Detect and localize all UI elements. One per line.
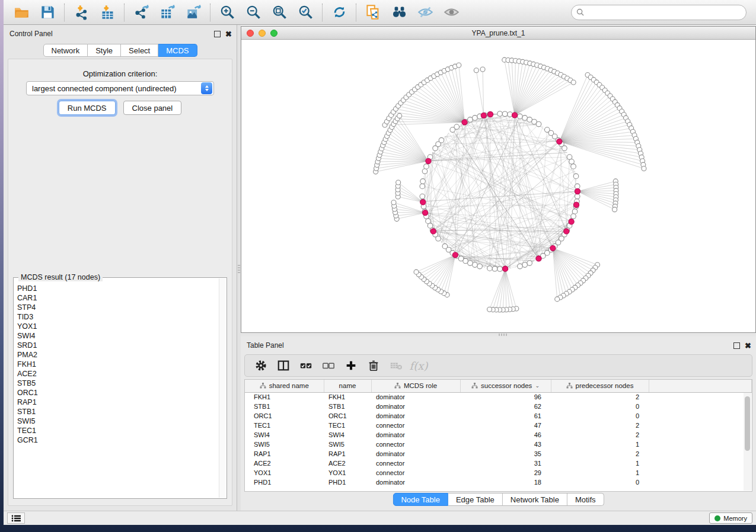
mcds-list-scrollbar[interactable] <box>219 278 226 498</box>
graph-node[interactable] <box>518 114 523 119</box>
graph-node[interactable] <box>454 124 460 130</box>
mcds-hub-node[interactable] <box>430 229 436 234</box>
mcds-result-item[interactable]: YOX1 <box>17 322 218 331</box>
open-file-button[interactable] <box>8 2 34 23</box>
mcds-hub-node[interactable] <box>512 113 517 118</box>
export-network-button[interactable] <box>128 2 154 23</box>
show-all-button[interactable] <box>438 2 464 23</box>
memory-button[interactable]: Memory <box>709 512 752 524</box>
graph-node[interactable] <box>562 146 567 151</box>
deselect-all-rows-button[interactable] <box>317 356 340 375</box>
mcds-hub-node[interactable] <box>426 158 431 164</box>
tab-edge-table[interactable]: Edge Table <box>448 493 503 506</box>
vertical-splitter-handle[interactable] <box>238 265 240 274</box>
table-row[interactable]: STB1STB1dominator620 <box>245 402 752 411</box>
graph-node[interactable] <box>497 267 503 272</box>
column-header-name[interactable]: name <box>324 380 371 392</box>
float-panel-button[interactable] <box>214 31 221 37</box>
graph-node[interactable] <box>571 80 576 85</box>
column-header-shared-name[interactable]: shared name <box>245 380 324 392</box>
mcds-hub-node[interactable] <box>420 200 426 205</box>
mcds-result-item[interactable]: ACE2 <box>17 369 218 379</box>
tab-network-table[interactable]: Network Table <box>503 493 567 506</box>
tab-node-table[interactable]: Node Table <box>393 493 448 506</box>
mcds-hub-node[interactable] <box>575 188 580 194</box>
graph-node[interactable] <box>642 166 646 171</box>
tab-network[interactable]: Network <box>43 44 88 57</box>
mcds-result-item[interactable]: SRD1 <box>17 341 218 350</box>
graph-node[interactable] <box>573 174 579 179</box>
graph-node[interactable] <box>426 219 431 224</box>
graph-node[interactable] <box>457 63 461 68</box>
mcds-hub-node[interactable] <box>452 252 458 258</box>
tab-motifs[interactable]: Motifs <box>567 493 604 506</box>
mcds-result-item[interactable]: STP4 <box>17 303 218 312</box>
run-mcds-button[interactable]: Run MCDS <box>59 101 116 115</box>
network-window-titlebar[interactable]: YPA_prune.txt_1 <box>241 27 755 40</box>
graph-node[interactable] <box>473 116 478 121</box>
mcds-hub-node[interactable] <box>569 219 574 225</box>
graph-node[interactable] <box>439 137 444 143</box>
mcds-result-item[interactable]: SWI4 <box>17 331 218 341</box>
table-row[interactable]: SWI4SWI4dominator462 <box>245 430 752 440</box>
zoom-out-button[interactable] <box>240 2 266 23</box>
save-session-button[interactable] <box>34 2 60 23</box>
graph-node[interactable] <box>555 297 560 302</box>
tab-select[interactable]: Select <box>121 44 158 57</box>
add-column-button[interactable] <box>340 356 362 375</box>
function-builder-button[interactable]: f(x) <box>407 356 430 375</box>
close-panel-button[interactable]: ✖ <box>225 31 232 37</box>
mcds-result-item[interactable]: GCR1 <box>17 435 218 445</box>
graph-node[interactable] <box>477 264 483 269</box>
float-table-panel-button[interactable] <box>733 342 740 349</box>
export-image-button[interactable] <box>180 2 206 23</box>
table-row[interactable]: PHD1PHD1dominator180 <box>245 477 752 487</box>
mcds-hub-node[interactable] <box>462 120 467 125</box>
table-row[interactable]: RAP1RAP1dominator352 <box>245 449 752 459</box>
graph-node[interactable] <box>613 207 617 212</box>
refresh-layout-button[interactable] <box>326 2 352 23</box>
graph-node[interactable] <box>575 194 580 199</box>
clone-network-button[interactable] <box>360 2 386 23</box>
graph-node[interactable] <box>571 214 576 219</box>
mcds-result-item[interactable]: TID3 <box>17 312 218 322</box>
mcds-hub-node[interactable] <box>557 139 562 144</box>
criterion-dropdown[interactable]: largest connected component (undirected) <box>26 81 214 95</box>
table-row[interactable]: SWI5SWI5connector431 <box>245 440 752 449</box>
mcds-result-item[interactable]: PMA2 <box>17 350 218 360</box>
graph-node[interactable] <box>536 121 541 127</box>
graph-node[interactable] <box>480 67 485 72</box>
table-scrollbar-thumb[interactable] <box>745 396 750 451</box>
zoom-selected-button[interactable] <box>292 2 318 23</box>
graph-node[interactable] <box>442 243 448 249</box>
hide-selected-button[interactable] <box>412 2 438 23</box>
mcds-result-item[interactable]: STB5 <box>17 379 218 388</box>
mcds-result-item[interactable]: RAP1 <box>17 398 218 407</box>
graph-node[interactable] <box>397 113 402 118</box>
table-settings-button[interactable] <box>250 356 272 375</box>
tab-mcds[interactable]: MCDS <box>158 44 197 57</box>
graph-node[interactable] <box>420 184 425 189</box>
zoom-fit-button[interactable] <box>266 2 292 23</box>
graph-node[interactable] <box>569 159 575 165</box>
mcds-result-item[interactable]: STB1 <box>17 407 218 416</box>
import-network-button[interactable] <box>68 2 94 23</box>
first-neighbors-button[interactable] <box>386 2 412 23</box>
mcds-hub-node[interactable] <box>481 113 486 118</box>
show-columns-button[interactable] <box>272 356 295 375</box>
graph-node[interactable] <box>522 116 528 121</box>
table-row[interactable]: ORC1ORC1dominator610 <box>245 411 752 421</box>
graph-node[interactable] <box>572 209 578 214</box>
table-row[interactable]: FKH1FKH1dominator962 <box>245 392 752 402</box>
import-table-button[interactable] <box>94 2 120 23</box>
mcds-hub-node[interactable] <box>573 202 579 207</box>
delete-column-button[interactable] <box>362 356 385 375</box>
delete-table-button[interactable] <box>385 356 407 375</box>
graph-node[interactable] <box>487 307 492 312</box>
graph-node[interactable] <box>502 111 508 117</box>
table-scrollbar[interactable] <box>744 393 751 491</box>
mcds-result-item[interactable]: TEC1 <box>17 426 218 435</box>
table-row[interactable]: TEC1TEC1connector472 <box>245 421 752 430</box>
graph-node[interactable] <box>414 270 419 274</box>
graph-node[interactable] <box>473 262 478 268</box>
